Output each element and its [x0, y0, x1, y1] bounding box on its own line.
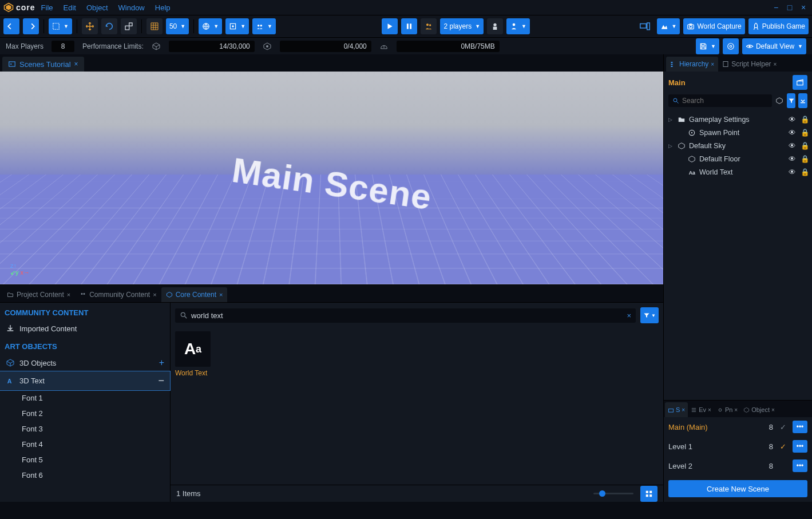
camera-icon — [687, 22, 695, 30]
scene-row[interactable]: Level 2 8 ••• — [664, 456, 812, 476]
tab-core-content[interactable]: Core Content× — [161, 287, 228, 302]
content-search-box[interactable]: × — [175, 308, 636, 323]
grid-toggle-button[interactable] — [146, 18, 163, 34]
font-row[interactable]: Font 2 — [0, 406, 170, 421]
tab-script-helper[interactable]: Script Helper× — [718, 57, 781, 72]
multiplayer-preview-button[interactable] — [421, 18, 437, 34]
grid-view-button[interactable] — [640, 486, 657, 502]
players-dropdown[interactable]: 2 players▼ — [440, 18, 484, 34]
save-button[interactable]: ▼ — [696, 38, 719, 54]
visibility-toggle[interactable]: 👁 — [789, 116, 797, 124]
redo-button[interactable] — [23, 18, 39, 34]
tab-project-content[interactable]: Project Content× — [2, 287, 75, 302]
minimize-button[interactable]: − — [771, 3, 781, 12]
viewport-3d[interactable]: Main Scene z↑↙y x→ ↖ — [0, 72, 663, 285]
tree-row[interactable]: ▷Default Sky👁🔒 — [664, 139, 812, 152]
play-button[interactable] — [382, 18, 398, 34]
tree-row[interactable]: Default Floor👁🔒 — [664, 152, 812, 165]
world-space-dropdown[interactable]: ▼ — [199, 18, 222, 34]
imported-content-row[interactable]: Imported Content — [0, 320, 170, 336]
tab-properties[interactable]: Pn× — [714, 402, 740, 417]
scene-row[interactable]: Level 1 8 ✓ ••• — [664, 437, 812, 456]
character-dropdown[interactable]: ▼ — [506, 18, 530, 34]
close-icon[interactable]: × — [74, 60, 78, 68]
snap-mode-dropdown[interactable]: ▼ — [225, 18, 249, 34]
cube-icon — [743, 407, 750, 413]
world-capture-button[interactable]: World Capture — [683, 18, 744, 34]
visibility-toggle[interactable]: 👁 — [789, 168, 797, 176]
lock-icon[interactable]: 🔒 — [801, 115, 807, 124]
close-button[interactable]: × — [798, 3, 809, 12]
undo-button[interactable] — [3, 18, 19, 34]
publish-game-button[interactable]: Publish Game — [748, 18, 809, 34]
scale-tool-button[interactable] — [121, 18, 137, 34]
visibility-toggle[interactable]: 👁 — [789, 142, 797, 150]
tree-row[interactable]: ▷Gameplay Settings👁🔒 — [664, 113, 812, 126]
tab-community-content[interactable]: Community Content× — [75, 287, 161, 302]
thumbnail-size-slider[interactable] — [208, 493, 633, 494]
lock-icon[interactable]: 🔒 — [801, 154, 807, 163]
maximize-button[interactable]: □ — [785, 3, 795, 12]
lock-icon[interactable]: 🔒 — [801, 141, 807, 150]
screens-button[interactable] — [636, 18, 653, 34]
menu-object[interactable]: Object — [86, 3, 108, 12]
max-players-value[interactable]: 8 — [52, 41, 74, 52]
visibility-toggle[interactable]: 👁 — [789, 129, 797, 137]
bot-button[interactable] — [487, 18, 503, 34]
svg-rect-35 — [646, 494, 648, 497]
default-view-dropdown[interactable]: Default View▼ — [742, 38, 806, 54]
group-mode-dropdown[interactable]: ▼ — [252, 18, 276, 34]
tree-label: Default Sky — [689, 142, 726, 150]
viewport-tabs: Scenes Tutorial × — [0, 54, 663, 72]
font-row[interactable]: Font 5 — [0, 452, 170, 468]
pause-button[interactable] — [401, 18, 417, 34]
hierarchy-search-box[interactable] — [668, 94, 772, 107]
scene-row[interactable]: Main (Main) 8 ✓ ••• — [664, 417, 812, 437]
scene-options-button[interactable]: ••• — [793, 421, 807, 433]
scene-check-icon[interactable]: ✓ — [778, 442, 788, 451]
hierarchy-collapse-button[interactable] — [798, 93, 807, 108]
hierarchy-search-input[interactable] — [682, 97, 768, 105]
menu-help[interactable]: Help — [155, 3, 171, 12]
asset-world-text[interactable]: Aa World Text — [175, 331, 214, 377]
font-row[interactable]: Font 4 — [0, 437, 170, 452]
font-row[interactable]: Font 6 — [0, 468, 170, 483]
scene-options-button[interactable]: ••• — [793, 459, 807, 472]
lock-icon[interactable]: 🔒 — [801, 128, 807, 137]
scene-options-button[interactable]: ••• — [793, 440, 807, 453]
tree-row[interactable]: Spawn Point👁🔒 — [664, 126, 812, 139]
menu-window[interactable]: Window — [118, 3, 145, 12]
hierarchy-cube-button[interactable] — [775, 93, 784, 108]
font-row[interactable]: Font 1 — [0, 390, 170, 406]
tab-object[interactable]: Object× — [740, 402, 778, 417]
tab-scenes[interactable]: S× — [665, 402, 688, 417]
font-row[interactable]: Font 3 — [0, 421, 170, 437]
visibility-toggle[interactable]: 👁 — [789, 155, 797, 163]
collapse-icon[interactable]: − — [158, 375, 164, 387]
menu-file[interactable]: File — [41, 3, 53, 12]
filter-dropdown[interactable]: ▼ — [640, 307, 659, 323]
category-3d-objects[interactable]: 3D Objects + — [0, 354, 170, 371]
tab-hierarchy[interactable]: Hierarchy× — [666, 57, 718, 72]
lock-icon[interactable]: 🔒 — [801, 168, 807, 176]
snap-icon — [229, 22, 237, 30]
tree-row[interactable]: AaWorld Text👁🔒 — [664, 165, 812, 179]
rotate-tool-button[interactable] — [101, 18, 117, 34]
create-new-scene-button[interactable]: Create New Scene — [668, 480, 807, 497]
move-tool-button[interactable] — [82, 18, 98, 34]
help-button[interactable] — [723, 38, 739, 54]
toolbar: ▼ 50▼ ▼ ▼ ▼ 2 players▼ ▼ ▼ World Capture… — [0, 15, 812, 37]
snap-value-dropdown[interactable]: 50▼ — [166, 18, 189, 34]
tab-scenes-tutorial[interactable]: Scenes Tutorial × — [2, 57, 84, 72]
content-search-input[interactable] — [191, 311, 623, 320]
menu-edit[interactable]: Edit — [64, 3, 76, 12]
tab-events[interactable]: Ev× — [688, 402, 714, 417]
scene-check-icon[interactable]: ✓ — [778, 423, 788, 431]
category-3d-text[interactable]: A 3D Text − — [0, 371, 170, 390]
clear-search-button[interactable]: × — [627, 311, 631, 320]
select-tool-button[interactable]: ▼ — [49, 18, 72, 34]
scene-menu-button[interactable] — [793, 75, 807, 90]
terrain-dropdown[interactable]: ▼ — [657, 18, 680, 34]
expand-icon[interactable]: + — [159, 358, 164, 368]
hierarchy-filter-button[interactable] — [787, 93, 796, 108]
